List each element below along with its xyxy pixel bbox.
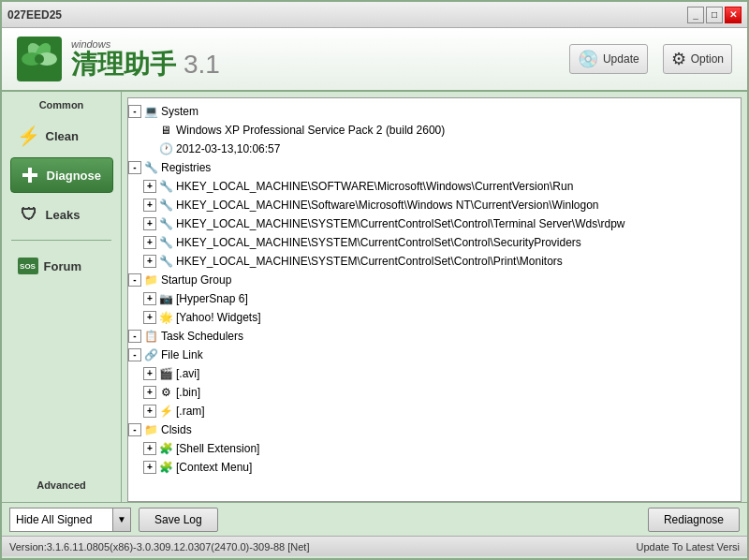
- tree-item[interactable]: -🔧Registries: [128, 158, 741, 177]
- tree-expander[interactable]: -: [128, 105, 141, 118]
- tree-item[interactable]: 🖥Windows XP Professional Service Pack 2 …: [128, 121, 741, 140]
- tree-item[interactable]: +🧩[Context Menu]: [128, 458, 741, 477]
- header: windows 清理助手 3.1 💿 Update ⚙ Option: [2, 28, 747, 92]
- tree-item[interactable]: +🔧HKEY_LOCAL_MACHINE\SYSTEM\CurrentContr…: [128, 233, 741, 252]
- tree-expander[interactable]: +: [143, 311, 156, 324]
- tree-node-label: System: [161, 103, 198, 120]
- tree-item[interactable]: -📋Task Schedulers: [128, 327, 741, 346]
- tree-item[interactable]: -🔗File Link: [128, 346, 741, 364]
- rediagnose-button[interactable]: Rediagnose: [648, 508, 740, 532]
- select-arrow-icon[interactable]: ▼: [112, 508, 131, 532]
- tree-item[interactable]: +🔧HKEY_LOCAL_MACHINE\SYSTEM\CurrentContr…: [128, 252, 741, 271]
- minimize-button[interactable]: _: [687, 7, 704, 23]
- tree-expander[interactable]: +: [143, 217, 156, 230]
- tree-node-icon: 🔧: [158, 216, 173, 231]
- filter-select[interactable]: Hide All SignedShow AllHide None: [9, 508, 112, 532]
- tree-expander[interactable]: +: [143, 292, 156, 305]
- tree-expander[interactable]: -: [128, 330, 141, 343]
- tree-expander[interactable]: +: [143, 180, 156, 193]
- maximize-button[interactable]: □: [706, 7, 723, 23]
- tree-expander[interactable]: +: [143, 386, 156, 399]
- save-log-button[interactable]: Save Log: [139, 508, 218, 532]
- tree-item[interactable]: +🔧HKEY_LOCAL_MACHINE\Software\Microsoft\…: [128, 196, 741, 214]
- header-text: windows 清理助手 3.1: [71, 38, 220, 80]
- sidebar-item-forum[interactable]: SOS Forum: [10, 248, 113, 284]
- tree-node-icon: 🌟: [158, 310, 173, 325]
- sidebar-item-leaks[interactable]: 🛡 Leaks: [10, 197, 113, 232]
- svg-point-4: [35, 54, 44, 64]
- tree-node-icon: 🔧: [158, 179, 173, 194]
- tree-expander[interactable]: +: [143, 236, 156, 249]
- leaks-icon: 🛡: [18, 203, 40, 226]
- version-text: Version:3.1.6.11.0805(x86)-3.0.309.12.03…: [9, 541, 309, 553]
- tree-expander[interactable]: -: [128, 273, 141, 287]
- update-button[interactable]: 💿 Update: [569, 44, 648, 74]
- diagnose-label: Diagnose: [47, 169, 102, 183]
- tree-node-label: Windows XP Professional Service Pack 2 (…: [176, 122, 445, 139]
- tree-container[interactable]: -💻System🖥Windows XP Professional Service…: [128, 98, 741, 501]
- tree-node-label: [.avi]: [176, 365, 199, 382]
- app-version: 3.1: [184, 50, 220, 80]
- statusbar: Version:3.1.6.11.0805(x86)-3.0.309.12.03…: [2, 536, 747, 556]
- tree-expander[interactable]: +: [143, 367, 156, 380]
- tree-item[interactable]: +🎬[.avi]: [128, 364, 741, 383]
- tree-item[interactable]: 🕐2012-03-13,10:06:57: [128, 140, 741, 158]
- tree-node-label: [Context Menu]: [176, 459, 252, 476]
- titlebar: 027EED25 _ □ ✕: [2, 2, 747, 28]
- sidebar-item-clean[interactable]: ⚡ Clean: [10, 118, 113, 154]
- tree-expander[interactable]: +: [143, 461, 156, 474]
- clean-icon: ⚡: [18, 125, 40, 147]
- tree-expander[interactable]: +: [143, 405, 156, 418]
- tree-item[interactable]: +⚙[.bin]: [128, 383, 741, 402]
- header-right: 💿 Update ⚙ Option: [569, 44, 732, 74]
- tree-expander[interactable]: -: [128, 161, 141, 174]
- tree-expander[interactable]: +: [143, 255, 156, 268]
- clean-label: Clean: [46, 129, 79, 143]
- tree-node-icon: 🧩: [158, 460, 173, 475]
- app-logo: [17, 37, 62, 81]
- tree-node-icon: 🔗: [143, 347, 158, 362]
- tree-item[interactable]: -📁Startup Group: [128, 271, 741, 289]
- tree-node-label: HKEY_LOCAL_MACHINE\Software\Microsoft\Wi…: [176, 197, 599, 214]
- tree-node-icon: 🎬: [158, 366, 173, 381]
- tree-node-icon: 📷: [158, 291, 173, 306]
- tree-node-label: [Yahoo! Widgets]: [176, 309, 261, 326]
- tree-expander[interactable]: -: [128, 348, 141, 361]
- tree-node-icon: 💻: [143, 104, 158, 119]
- tree-item[interactable]: +🔧HKEY_LOCAL_MACHINE\SYSTEM\CurrentContr…: [128, 214, 741, 233]
- tree-item[interactable]: +📷[HyperSnap 6]: [128, 289, 741, 308]
- tree-node-icon: 🔧: [143, 160, 158, 175]
- titlebar-controls: _ □ ✕: [687, 7, 742, 23]
- tree-item[interactable]: +🧩[Shell Extension]: [128, 439, 741, 458]
- tree-expander[interactable]: +: [143, 442, 156, 455]
- option-button[interactable]: ⚙ Option: [663, 44, 732, 74]
- tree-node-icon: 🕐: [158, 141, 173, 156]
- tree-item[interactable]: -📁Clsids: [128, 420, 741, 439]
- tree-node-icon: ⚡: [158, 404, 173, 419]
- tree-item[interactable]: -💻System: [128, 102, 741, 121]
- tree-node-icon: ⚙: [158, 385, 173, 400]
- sidebar-item-diagnose[interactable]: Diagnose: [10, 157, 113, 193]
- header-windows-label: windows: [71, 38, 220, 50]
- tree-expander[interactable]: -: [128, 423, 141, 436]
- tree-expander[interactable]: +: [143, 199, 156, 212]
- tree-node-icon: 🖥: [158, 123, 173, 138]
- tree-item[interactable]: +🔧HKEY_LOCAL_MACHINE\SOFTWARE\Microsoft\…: [128, 177, 741, 196]
- close-button[interactable]: ✕: [725, 7, 742, 23]
- tree-item[interactable]: +⚡[.ram]: [128, 402, 741, 420]
- tree-node-label: [.bin]: [176, 384, 200, 401]
- tree-node-icon: 🔧: [158, 198, 173, 213]
- tree-node-label: Registries: [161, 159, 211, 176]
- tree-area: -💻System🖥Windows XP Professional Service…: [127, 97, 742, 502]
- update-label: Update: [603, 52, 639, 66]
- tree-item[interactable]: +🌟[Yahoo! Widgets]: [128, 308, 741, 327]
- tree-node-icon: 📁: [143, 273, 158, 287]
- tree-node-label: HKEY_LOCAL_MACHINE\SOFTWARE\Microsoft\Wi…: [176, 178, 573, 195]
- option-label: Option: [691, 52, 724, 66]
- tree-node-label: HKEY_LOCAL_MACHINE\SYSTEM\CurrentControl…: [176, 215, 624, 232]
- header-left: windows 清理助手 3.1: [17, 37, 220, 81]
- forum-icon: SOS: [18, 258, 38, 274]
- tree-node-label: [Shell Extension]: [176, 440, 259, 457]
- option-icon: ⚙: [671, 49, 686, 69]
- tree-node-label: Startup Group: [161, 272, 231, 288]
